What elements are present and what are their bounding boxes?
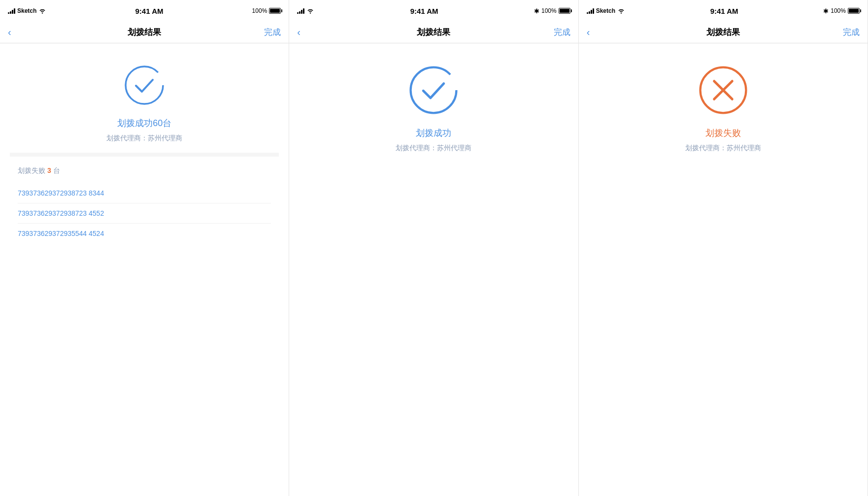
nav-title-3: 划拨结果 [706,27,740,38]
status-time-3: 9:41 AM [710,7,738,15]
result-subtitle-3: 划拨代理商：苏州代理商 [685,144,761,153]
status-right-3: ✱ 100% [823,7,860,15]
success-icon-1 [122,63,167,107]
failure-section-1: 划拨失败 3 台 739373629372938723 8344 7393736… [10,166,279,243]
svg-point-0 [126,66,163,104]
status-right-1: 100% [252,7,281,14]
phone-panel-2: 9:41 AM ✱ 100% ‹ 划拨结果 完成 划拨成功 划拨代理商：苏州代理… [289,0,578,496]
content-3: 划拨失败 划拨代理商：苏州代理商 [579,43,868,496]
done-button-2[interactable]: 完成 [554,27,570,38]
signal-icon-3 [587,8,594,14]
failure-count-1: 3 [47,166,53,174]
nav-bar-1: ‹ 划拨结果 完成 [0,22,289,43]
done-button-3[interactable]: 完成 [843,27,860,38]
failure-label-1: 划拨失败 [18,166,45,174]
status-left-1: Sketch [8,7,46,14]
svg-point-1 [411,67,457,113]
failure-icon-3 [696,63,750,117]
back-button-2[interactable]: ‹ [297,25,304,40]
success-icon-2 [406,63,461,117]
result-title-1: 划拨成功60台 [117,117,171,129]
signal-icon-1 [8,8,15,14]
done-button-1[interactable]: 完成 [264,27,281,38]
status-left-3: Sketch [587,7,625,14]
status-bar-3: Sketch 9:41 AM ✱ 100% [579,0,868,22]
carrier-label-1: Sketch [17,7,36,14]
nav-bar-3: ‹ 划拨结果 完成 [579,22,868,43]
failure-item-3: 739373629372935544 4524 [18,224,271,243]
status-time-1: 9:41 AM [135,7,164,15]
result-title-2: 划拨成功 [416,127,451,139]
status-bar-1: Sketch 9:41 AM 100% [0,0,289,22]
nav-title-1: 划拨结果 [128,27,161,38]
carrier-label-3: Sketch [596,7,615,14]
divider-1 [10,153,279,157]
battery-percent-2: 100% [541,7,557,14]
status-left-2 [297,8,314,14]
phone-panel-3: Sketch 9:41 AM ✱ 100% ‹ 划拨结果 完成 划拨失败 划拨代… [579,0,868,496]
phone-panel-1: Sketch 9:41 AM 100% ‹ 划拨结果 完成 划拨成功60台 划拨… [0,0,289,496]
battery-icon-1 [269,8,281,14]
bt-icon-3: ✱ [823,7,829,15]
battery-percent-3: 100% [831,7,846,14]
bt-icon-2: ✱ [534,7,539,15]
result-title-3: 划拨失败 [705,127,741,139]
nav-title-2: 划拨结果 [417,27,450,38]
battery-percent-1: 100% [252,7,267,14]
content-2: 划拨成功 划拨代理商：苏州代理商 [289,43,578,496]
back-button-3[interactable]: ‹ [587,25,594,40]
status-bar-2: 9:41 AM ✱ 100% [289,0,578,22]
wifi-icon-2 [306,8,314,14]
failure-unit-1: 台 [53,166,60,174]
status-time-2: 9:41 AM [410,7,438,15]
failure-item-1: 739373629372938723 8344 [18,183,271,203]
result-subtitle-1: 划拨代理商：苏州代理商 [106,134,182,143]
signal-icon-2 [297,8,304,14]
nav-bar-2: ‹ 划拨结果 完成 [289,22,578,43]
failure-header-1: 划拨失败 3 台 [18,166,271,175]
failure-item-2: 739373629372938723 4552 [18,203,271,224]
back-button-1[interactable]: ‹ [8,25,15,40]
battery-icon-3 [848,8,860,14]
wifi-icon-1 [38,8,46,14]
battery-icon-2 [559,8,570,14]
result-subtitle-2: 划拨代理商：苏州代理商 [396,144,471,153]
status-right-2: ✱ 100% [534,7,570,15]
wifi-icon-3 [617,8,625,14]
content-1: 划拨成功60台 划拨代理商：苏州代理商 划拨失败 3 台 73937362937… [0,43,289,496]
